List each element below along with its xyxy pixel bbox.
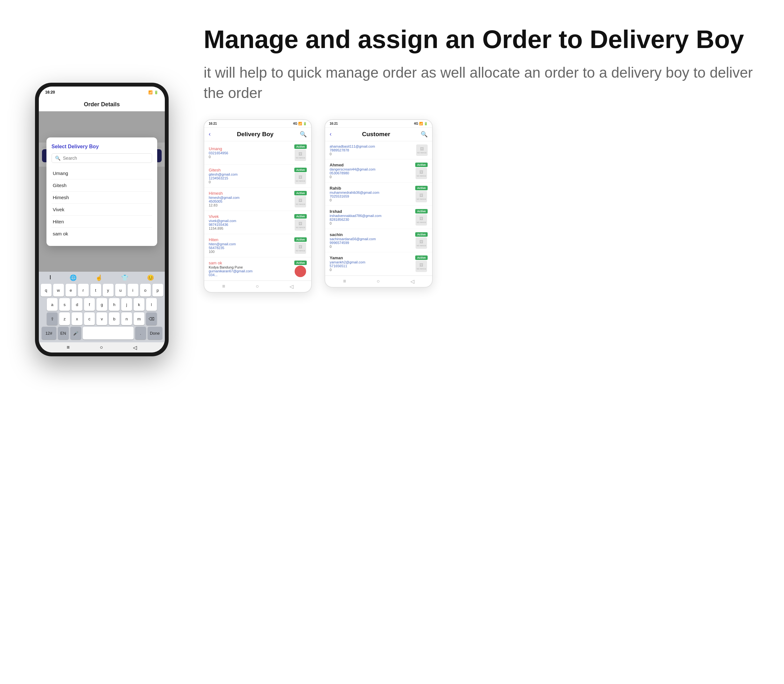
item-phone: 7025531659	[330, 194, 413, 198]
key-n[interactable]: n	[121, 312, 132, 325]
list-item[interactable]: Himesh	[52, 192, 152, 203]
item-num: 0	[330, 221, 413, 225]
key-g[interactable]: g	[97, 298, 107, 311]
key-f[interactable]: f	[84, 298, 95, 311]
key-done[interactable]: Done	[148, 327, 162, 339]
key-a[interactable]: a	[47, 298, 58, 311]
key-h[interactable]: h	[109, 298, 119, 311]
no-image-placeholder: 🖼 NO IMAGE	[295, 196, 306, 207]
key-l[interactable]: l	[146, 298, 157, 311]
list-item[interactable]: ahamadbasit111@gmail.com 7889527878 0 🖼 …	[325, 141, 432, 160]
nav-home-icon[interactable]: ○	[377, 278, 380, 284]
nav-home-icon[interactable]: ○	[100, 345, 103, 350]
db-back-icon[interactable]: ‹	[209, 131, 211, 137]
list-item[interactable]: Irshad irshadvennakkad786@gmail.com 8281…	[325, 206, 432, 229]
item-phone: 0530678980	[330, 171, 413, 175]
nav-back-icon[interactable]: ◁	[290, 284, 294, 289]
no-image-placeholder: 🖼 NO IMAGE	[295, 173, 306, 184]
key-y[interactable]: y	[103, 284, 114, 297]
phone-content: Select Delivery Boy 🔍 Umang Gitesh Himes…	[39, 111, 165, 272]
key-v[interactable]: v	[97, 312, 107, 325]
key-q[interactable]: q	[41, 284, 52, 297]
nav-back-icon[interactable]: ◁	[410, 278, 414, 284]
item-phone: 9996574599	[330, 241, 413, 245]
phone-screen-area: 16:20 📶 🔋 Order Details Select Deliv	[39, 87, 165, 353]
list-item[interactable]: Vivek vivek@gmail.com 9874155436 1154.89…	[204, 211, 311, 234]
phone-topbar-title: Order Details	[44, 101, 160, 108]
item-num: 0	[330, 198, 413, 202]
db-list: Umang 0321654956 0 Active 🖼 NO IMAGE	[204, 141, 311, 281]
key-u[interactable]: u	[115, 284, 126, 297]
key-backspace[interactable]: ⌫	[146, 312, 157, 325]
key-b[interactable]: b	[109, 312, 119, 325]
nav-menu-icon[interactable]: ≡	[343, 278, 346, 284]
key-s[interactable]: s	[59, 298, 70, 311]
item-email: yamankh2@gmail.com	[330, 260, 413, 264]
list-item[interactable]: Hiten	[52, 216, 152, 228]
headline-block: Manage and assign an Order to Delivery B…	[204, 19, 758, 103]
item-name: Rahib	[330, 186, 413, 190]
item-num: 0	[330, 152, 414, 156]
key-e[interactable]: e	[66, 284, 76, 297]
dialog-search-input[interactable]	[63, 156, 148, 161]
db-title: Delivery Boy	[237, 131, 273, 138]
key-space[interactable]	[83, 327, 134, 339]
list-item[interactable]: sam ok	[52, 228, 152, 240]
list-item[interactable]: Vivek	[52, 203, 152, 216]
item-email: vivek@gmail.com	[209, 219, 292, 223]
key-j[interactable]: j	[121, 298, 132, 311]
item-num: 0	[330, 268, 413, 272]
phones-row: 16:21 4G 📶 🔋 ‹ Delivery Boy 🔍 Umang 0321…	[204, 119, 758, 293]
list-item[interactable]: Himesh himesh@gmail.com 4505005 12.83 Ac…	[204, 188, 311, 211]
nav-back-icon[interactable]: ◁	[133, 345, 137, 351]
key-i[interactable]: i	[127, 284, 139, 297]
key-period[interactable]: .	[135, 327, 146, 339]
key-o[interactable]: o	[140, 284, 151, 297]
phone-topbar: Order Details	[39, 98, 165, 111]
list-item[interactable]: Hiten hiten@gmail.com 56478235 100 Activ…	[204, 234, 311, 257]
no-image-label: NO IMAGE	[295, 157, 305, 159]
list-item[interactable]: Rahib muhammedrahib36@gmail.com 70255316…	[325, 182, 432, 206]
key-c[interactable]: c	[84, 312, 95, 325]
avatar	[295, 266, 306, 277]
key-t[interactable]: t	[90, 284, 101, 297]
nav-menu-icon[interactable]: ≡	[222, 284, 225, 289]
key-d[interactable]: d	[72, 298, 82, 311]
list-item[interactable]: Ahmed dangerscream44@gmail.com 053067898…	[325, 160, 432, 182]
nav-menu-icon[interactable]: ≡	[66, 345, 69, 350]
list-item[interactable]: Gitesh gitesh@gmail.com 1234563215 0 Act…	[204, 165, 311, 188]
image-icon: 🖼	[420, 147, 424, 151]
list-item[interactable]: sam ok Kodya Bandung Pune gurnanikaran67…	[204, 257, 311, 281]
dialog-search-icon: 🔍	[55, 156, 60, 161]
nav-home-icon[interactable]: ○	[256, 284, 259, 289]
dialog-search-bar[interactable]: 🔍	[52, 153, 152, 163]
key-z[interactable]: z	[59, 312, 70, 325]
cust-search-icon[interactable]: 🔍	[421, 131, 427, 138]
item-name: Umang	[209, 146, 292, 151]
db-search-icon[interactable]: 🔍	[300, 131, 307, 138]
key-w[interactable]: w	[53, 284, 64, 297]
key-shift[interactable]: ⇧	[47, 312, 58, 325]
key-lang[interactable]: EN	[58, 327, 69, 339]
list-item[interactable]: Gitesh	[52, 179, 152, 192]
list-item[interactable]: Umang 0321654956 0 Active 🖼 NO IMAGE	[204, 141, 311, 165]
cust-back-icon[interactable]: ‹	[330, 131, 332, 137]
key-k[interactable]: k	[134, 298, 144, 311]
list-item[interactable]: Umang	[52, 167, 152, 179]
keyboard-toolbar: I 🌐 ☝️ 👕 😊	[40, 274, 163, 281]
no-image-label: NO IMAGE	[295, 203, 305, 205]
db-bottom-bar: ≡ ○ ◁	[204, 281, 311, 292]
key-r[interactable]: r	[78, 284, 89, 297]
key-x[interactable]: x	[72, 312, 82, 325]
key-m[interactable]: m	[134, 312, 144, 325]
shirt-icon: 👕	[121, 274, 128, 281]
key-numbers[interactable]: 12#	[42, 327, 56, 339]
item-email: himesh@gmail.com	[209, 196, 292, 200]
key-mic[interactable]: 🎤	[70, 327, 81, 339]
item-name: Vivek	[209, 214, 292, 219]
list-item[interactable]: Yaman yamankh2@gmail.com 571656511 0 Act…	[325, 252, 432, 276]
no-image-label: NO IMAGE	[416, 268, 426, 270]
item-phone: 56478235	[209, 246, 292, 250]
list-item[interactable]: sachin sachinsardana56@gmail.com 9996574…	[325, 229, 432, 252]
key-p[interactable]: p	[152, 284, 163, 297]
